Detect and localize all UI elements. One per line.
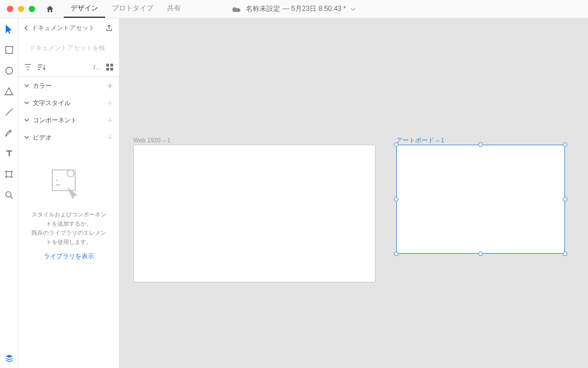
chevron-down-icon [24,101,29,104]
svg-point-1 [6,67,13,74]
home-icon [45,5,55,14]
plus-icon [107,100,113,106]
maximize-window-button[interactable] [29,6,35,12]
artboard[interactable] [133,145,376,282]
text-icon [5,149,13,157]
pen-icon [5,129,13,137]
rectangle-tool[interactable] [4,45,14,55]
svg-point-9 [67,170,74,177]
document-title[interactable]: 名称未設定 — 5月23日 8.50.43 * [232,4,355,14]
asset-empty-state: スタイルおよびコンポーネントを追加するか、 既存のライブラリのエレメントを使用し… [18,146,119,261]
selection-handle[interactable] [394,251,399,256]
sort-icon [37,64,45,71]
cloud-icon [232,6,241,12]
select-tool[interactable] [4,24,14,34]
window-controls [0,6,35,12]
section-colors-label: カラー [33,82,52,90]
pen-tool[interactable] [4,127,14,138]
filter-icon [24,64,32,71]
add-color-button[interactable] [107,83,113,89]
asset-panel-title: ドキュメントアセット [32,24,95,32]
empty-state-text-2: 既存のライブラリのエレメントを使用します。 [29,228,109,247]
section-text-styles-label: 文字スタイル [33,99,71,107]
chevron-down-icon [351,7,356,11]
chevron-down-icon [24,84,29,87]
main-tabs: デザイン プロトタイプ 共有 [64,0,188,18]
export-button[interactable] [105,24,113,32]
selection-handle[interactable] [394,197,399,202]
artboard-label[interactable]: Web 1920 – 1 [133,137,171,144]
artboard-tool[interactable] [4,169,14,179]
sort-button[interactable] [37,64,45,71]
selection-handle[interactable] [478,251,483,256]
home-button[interactable] [45,5,55,14]
circle-icon [5,67,13,75]
ellipse-tool[interactable] [4,65,14,76]
list-view-button[interactable]: I.. [94,64,100,71]
tool-rail [0,18,18,368]
line-tool[interactable] [4,107,14,117]
selection-handle[interactable] [563,197,567,202]
titlebar: デザイン プロトタイプ 共有 名称未設定 — 5月23日 8.50.43 * [0,0,588,18]
tab-design[interactable]: デザイン [64,0,105,18]
selection-handle[interactable] [478,142,483,147]
artboard-label[interactable]: アートボード – 1 [396,137,444,145]
tab-share[interactable]: 共有 [160,0,188,18]
section-video[interactable]: ビデオ [18,129,119,146]
asset-panel-back[interactable]: ドキュメントアセット [24,24,95,32]
empty-state-text-1: スタイルおよびコンポーネントを追加するか、 [29,210,109,228]
add-text-style-button[interactable] [107,100,113,106]
minimize-window-button[interactable] [18,6,24,12]
show-library-link[interactable]: ライブラリを表示 [29,253,109,261]
section-colors[interactable]: カラー [18,77,119,94]
triangle-icon [5,87,13,95]
svg-rect-6 [106,68,109,71]
plus-icon [107,83,113,89]
svg-rect-4 [106,64,109,67]
svg-rect-0 [6,47,13,53]
svg-point-2 [6,191,11,196]
polygon-tool[interactable] [4,86,14,96]
section-text-styles[interactable]: 文字スタイル [18,94,119,111]
asset-panel: ドキュメントアセット I.. [18,18,119,368]
text-tool[interactable] [4,148,14,158]
empty-state-illustration [49,165,89,200]
filter-button[interactable] [24,64,32,71]
document-title-text: 名称未設定 — 5月23日 8.50.43 * [246,4,346,14]
tab-prototype[interactable]: プロトタイプ [105,0,160,18]
chevron-left-icon [24,25,28,31]
plus-icon [107,134,113,141]
artboard[interactable] [396,145,565,254]
grid-icon [106,64,113,71]
add-component-button[interactable] [107,117,113,123]
add-video-button[interactable] [107,134,113,141]
close-window-button[interactable] [7,6,13,12]
search-icon [24,44,25,51]
search-icon [5,191,13,199]
pointer-icon [5,25,13,34]
svg-rect-5 [110,64,113,67]
asset-search-input[interactable] [29,44,109,51]
chevron-down-icon [24,135,29,139]
plus-icon [107,117,113,123]
artboard-icon [5,170,13,179]
layers-icon [5,354,13,362]
line-icon [5,108,13,116]
section-video-label: ビデオ [33,133,52,142]
selection-handle[interactable] [563,251,567,256]
share-icon [105,24,113,32]
canvas[interactable]: Web 1920 – 1アートボード – 1 [119,18,588,368]
square-icon [5,46,13,54]
svg-rect-7 [110,68,113,71]
selection-handle[interactable] [394,142,399,147]
grid-view-button[interactable] [106,64,113,71]
zoom-tool[interactable] [4,189,14,200]
section-components[interactable]: コンポーネント [18,111,119,129]
section-components-label: コンポーネント [33,116,77,125]
layers-button[interactable] [4,353,14,363]
selection-handle[interactable] [563,142,567,147]
chevron-down-icon [24,118,29,122]
